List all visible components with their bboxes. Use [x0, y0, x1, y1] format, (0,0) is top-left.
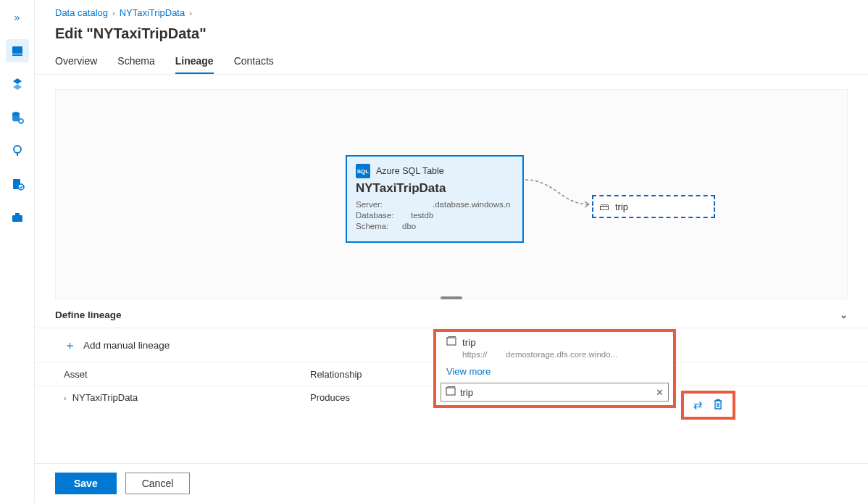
sql-icon: SQL — [356, 164, 370, 178]
chevron-right-icon[interactable]: › — [64, 394, 67, 402]
result-name: trip — [462, 337, 476, 348]
resize-handle-icon[interactable] — [441, 296, 462, 299]
node-title: NYTaxiTripData — [356, 181, 514, 196]
node-server-value: .database.windows.n — [433, 200, 510, 209]
svg-rect-5 — [17, 153, 18, 156]
swap-icon[interactable]: ⇄ — [693, 399, 703, 412]
lineage-target-node[interactable]: 🗃 trip — [592, 195, 715, 218]
side-rail: » — [0, 0, 35, 503]
rail-item-insights-icon[interactable] — [6, 139, 29, 162]
tab-lineage[interactable]: Lineage — [175, 48, 214, 74]
tab-schema[interactable]: Schema — [117, 48, 154, 74]
rail-item-catalog-icon[interactable] — [6, 39, 29, 62]
footer: Save Cancel — [35, 463, 868, 503]
breadcrumb-root[interactable]: Data catalog — [55, 7, 108, 18]
file-icon — [446, 386, 456, 399]
svg-point-3 — [19, 119, 23, 123]
asset-search-popup: trip https:// demostorage.dfs.core.windo… — [433, 329, 676, 408]
expand-rail-icon[interactable]: » — [6, 6, 29, 29]
lineage-connector — [525, 175, 598, 215]
node-schema-value: dbo — [402, 222, 416, 230]
asset-search-input[interactable]: trip ✕ — [441, 383, 669, 402]
define-lineage-header[interactable]: Define lineage ⌄ — [35, 299, 868, 328]
rail-item-db-icon[interactable] — [6, 106, 29, 129]
clear-input-icon[interactable]: ✕ — [656, 387, 664, 398]
section-title: Define lineage — [55, 309, 122, 320]
save-button[interactable]: Save — [55, 473, 117, 494]
lineage-canvas[interactable]: SQL Azure SQL Table NYTaxiTripData Serve… — [55, 89, 848, 299]
svg-rect-10 — [447, 338, 456, 345]
breadcrumb-item[interactable]: NYTaxiTripData — [120, 7, 185, 18]
view-more-link[interactable]: View more — [436, 362, 673, 383]
svg-rect-11 — [446, 388, 455, 395]
tab-overview[interactable]: Overview — [55, 48, 97, 74]
rail-item-management-icon[interactable] — [6, 206, 29, 229]
main-content: Data catalog › NYTaxiTripData › Edit "NY… — [35, 0, 868, 503]
node-db-value: testdb — [411, 211, 433, 220]
cancel-button[interactable]: Cancel — [125, 473, 191, 494]
tabs: Overview Schema Lineage Contacts — [35, 48, 868, 75]
search-result-item[interactable]: trip https:// demostorage.dfs.core.windo… — [436, 332, 673, 362]
page-title: Edit "NYTaxiTripData" — [35, 18, 868, 48]
svg-rect-9 — [15, 213, 20, 215]
file-icon — [446, 336, 456, 349]
svg-rect-1 — [12, 54, 22, 56]
breadcrumb: Data catalog › NYTaxiTripData › — [35, 0, 868, 18]
add-lineage-label: Add manual lineage — [83, 340, 170, 351]
rail-item-policy-icon[interactable] — [6, 172, 29, 196]
result-path: https:// demostorage.dfs.core.windo... — [462, 350, 663, 359]
svg-point-4 — [14, 146, 21, 153]
svg-rect-0 — [12, 46, 22, 54]
rail-item-sources-icon[interactable] — [6, 72, 29, 96]
plus-icon: ＋ — [64, 337, 76, 354]
node-server-label: Server: — [356, 200, 396, 209]
chevron-right-icon: › — [112, 9, 115, 17]
chevron-down-icon[interactable]: ⌄ — [840, 309, 848, 320]
delete-icon[interactable] — [713, 399, 723, 412]
node-type-label: Azure SQL Table — [376, 166, 444, 176]
node-db-label: Database: — [356, 211, 396, 220]
node-schema-label: Schema: — [356, 222, 396, 230]
folder-icon: 🗃 — [599, 201, 609, 212]
target-node-label: trip — [615, 201, 628, 212]
chevron-right-icon: › — [189, 9, 192, 17]
column-asset: Asset — [64, 369, 310, 380]
svg-rect-8 — [12, 215, 22, 222]
search-input-value: trip — [460, 387, 473, 398]
tab-contacts[interactable]: Contacts — [234, 48, 274, 74]
lineage-source-node[interactable]: SQL Azure SQL Table NYTaxiTripData Serve… — [346, 155, 524, 243]
row-actions: ⇄ — [681, 391, 735, 420]
row-asset-name: NYTaxiTripData — [72, 392, 138, 403]
